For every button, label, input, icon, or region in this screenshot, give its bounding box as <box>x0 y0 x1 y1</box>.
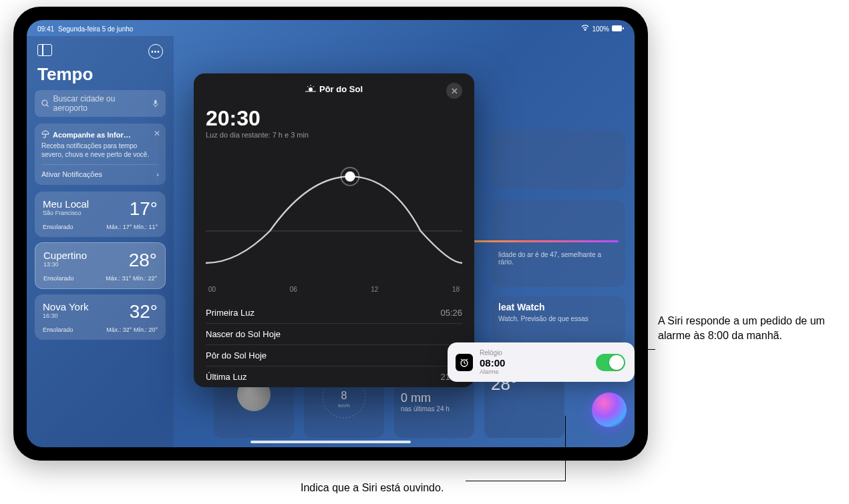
home-indicator[interactable] <box>250 441 411 443</box>
location-condition: Ensolarado <box>43 224 73 230</box>
svg-text:8: 8 <box>341 390 347 401</box>
location-subtitle: 16:30 <box>43 312 88 319</box>
svg-rect-0 <box>612 25 622 31</box>
wifi-icon <box>581 25 589 33</box>
location-subtitle: São Francisco <box>43 210 89 216</box>
svg-rect-4 <box>154 100 156 104</box>
precip-value: 0 mm <box>401 391 468 405</box>
close-button[interactable]: ✕ <box>446 83 462 99</box>
svg-text:km/h: km/h <box>338 403 349 409</box>
location-temp: 32° <box>130 301 158 322</box>
alarm-label: Alarme <box>480 368 589 375</box>
location-condition: Ensolarado <box>43 275 74 282</box>
chevron-right-icon: › <box>156 170 159 178</box>
location-condition: Ensolarado <box>43 326 73 333</box>
ipad-device-frame: 09:41 Segunda-feira 5 de junho 100% ••• <box>13 7 648 461</box>
modal-title: Pôr do Sol <box>319 84 363 94</box>
svg-point-8 <box>309 87 313 91</box>
location-temp: 17° <box>130 198 158 220</box>
svg-line-3 <box>47 105 49 107</box>
axis-tick: 12 <box>371 286 378 293</box>
event-label: Pôr do Sol Hoje <box>206 350 267 360</box>
sun-events-list: Primeira Luz 05:26 Nascer do Sol Hoje Pô… <box>206 302 462 387</box>
location-card-cupertino[interactable]: Cupertino 13:30 28° Ensolarado Máx.: 31°… <box>35 242 166 289</box>
event-label: Nascer do Sol Hoje <box>206 329 281 339</box>
location-card-new-york[interactable]: Nova York 16:30 32° Ensolarado Máx.: 32°… <box>35 294 166 340</box>
callout-line <box>466 481 566 481</box>
location-temp: 28° <box>129 250 157 271</box>
umbrella-icon <box>41 130 49 140</box>
status-bar: 09:41 Segunda-feira 5 de junho 100% <box>27 20 635 35</box>
promo-action-label: Ativar Notificações <box>41 170 102 178</box>
siri-alarm-response[interactable]: Relógio 08:00 Alarme <box>448 342 635 382</box>
location-subtitle: 13:30 <box>43 261 87 268</box>
event-label: Primeira Luz <box>206 308 254 318</box>
svg-line-12 <box>313 86 315 87</box>
sidebar: ••• Tempo Buscar cidade ou aeroporto Aco… <box>27 36 174 447</box>
axis-tick: 06 <box>290 286 297 293</box>
precip-label: nas últimas 24 h <box>401 405 468 413</box>
siri-listening-indicator[interactable] <box>592 393 627 427</box>
search-icon <box>41 99 49 107</box>
location-name: Nova York <box>43 301 88 312</box>
promo-desc: Receba notificações para tempo severo, c… <box>41 142 159 159</box>
svg-line-18 <box>464 363 466 364</box>
sunset-time: 20:30 <box>206 106 462 131</box>
clock-app-icon <box>456 354 473 371</box>
svg-line-11 <box>307 86 309 87</box>
promo-title: Acompanhe as Infor… <box>53 131 131 139</box>
heat-watch-title: leat Watch <box>498 302 545 312</box>
status-date: Segunda-feira 5 de junho <box>58 25 133 33</box>
enable-notifications-button[interactable]: Ativar Notificações › <box>41 164 159 178</box>
axis-tick: 00 <box>208 286 216 293</box>
daylight-remaining: Luz do dia restante: 7 h e 3 min <box>206 131 462 139</box>
event-value: 05:26 <box>440 308 462 318</box>
app-title: Tempo <box>32 64 168 90</box>
search-input[interactable]: Buscar cidade ou aeroporto <box>35 90 166 117</box>
annotation-alarm: A Siri responde a um pedido de um alarme… <box>658 314 832 344</box>
chart-x-axis: 00 06 12 18 <box>206 286 462 293</box>
heat-watch-widget[interactable]: leat Watch Watch. Previsão de que essas <box>492 296 625 343</box>
close-icon[interactable]: ✕ <box>154 129 160 138</box>
list-item: Nascer do Sol Hoje <box>206 323 462 344</box>
sunset-icon <box>305 84 316 94</box>
sunset-detail-modal: Pôr do Sol ✕ 20:30 Luz do dia restante: … <box>194 73 474 387</box>
list-item: Última Luz 21:00 <box>206 366 462 387</box>
location-name: Meu Local <box>43 198 89 210</box>
axis-tick: 18 <box>452 286 460 293</box>
svg-point-2 <box>42 100 47 105</box>
dictation-icon[interactable] <box>152 99 159 107</box>
battery-percent: 100% <box>592 25 609 33</box>
heat-watch-sub: Watch. Previsão de que essas <box>498 315 588 322</box>
annotation-siri-listening: Indica que a Siri está ouvindo. <box>301 481 444 495</box>
location-card-my-location[interactable]: Meu Local São Francisco 17° Ensolarado M… <box>35 192 166 237</box>
search-placeholder: Buscar cidade ou aeroporto <box>53 94 149 113</box>
svg-rect-1 <box>623 27 624 29</box>
battery-icon <box>612 25 624 33</box>
sun-altitude-chart[interactable] <box>206 148 462 282</box>
svg-point-14 <box>345 172 355 182</box>
alarm-toggle[interactable] <box>596 354 625 371</box>
alarm-time: 08:00 <box>480 357 589 368</box>
list-item: Primeira Luz 05:26 <box>206 302 462 323</box>
status-time: 09:41 <box>37 25 54 33</box>
aqi-text: lidade do ar é de 47, semelhante a rário… <box>498 251 601 266</box>
event-label: Última Luz <box>206 372 246 382</box>
location-name: Cupertino <box>43 250 87 261</box>
sidebar-toggle-icon[interactable] <box>37 44 52 56</box>
ipad-screen: 09:41 Segunda-feira 5 de junho 100% ••• <box>27 20 635 447</box>
map-widget[interactable] <box>492 130 625 190</box>
list-item: Pôr do Sol Hoje <box>206 344 462 366</box>
more-icon[interactable]: ••• <box>148 44 163 59</box>
location-hilo: Máx.: 32° Mín.: 20° <box>106 326 158 333</box>
location-hilo: Máx.: 17° Mín.: 11° <box>106 224 158 230</box>
alarm-app-name: Relógio <box>480 349 589 356</box>
air-quality-widget[interactable]: lidade do ar é de 47, semelhante a rário… <box>492 200 625 287</box>
callout-line <box>565 416 566 481</box>
notifications-promo-card: Acompanhe as Infor… ✕ Receba notificaçõe… <box>35 123 166 185</box>
location-hilo: Máx.: 31° Mín.: 22° <box>106 275 157 282</box>
